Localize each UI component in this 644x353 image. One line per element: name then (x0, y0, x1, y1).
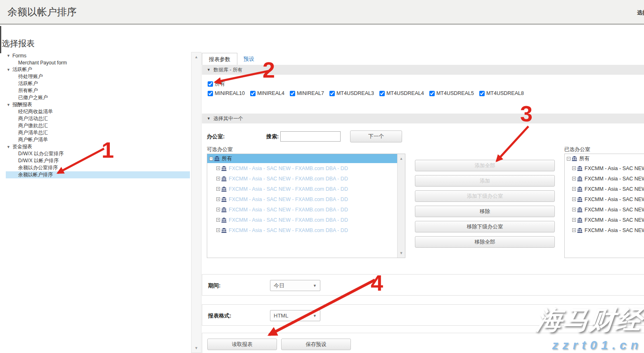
checkbox-input[interactable] (329, 91, 335, 96)
list-scrollbar[interactable]: ▲ ▼ (397, 154, 405, 258)
checkbox-input[interactable] (208, 91, 213, 96)
all-databases-checkbox[interactable]: 所有 (208, 81, 225, 88)
checkbox-input[interactable] (379, 91, 385, 96)
bank-icon (221, 218, 227, 223)
tree-item[interactable]: ▼ 活跃帐户 (6, 80, 190, 87)
office-section-header[interactable]: ▼ 选择其中一个 (202, 114, 644, 123)
selected-root-item[interactable]: − 所有 (565, 154, 644, 163)
tree-item[interactable]: ▼ 经纪商收益清单 (6, 108, 190, 115)
tree-item[interactable]: ▼ 资金报表 (6, 143, 190, 150)
office-tree-item[interactable]: + FXCMM - Asia - SAC NEW - FXAMB.com DBA… (565, 184, 644, 194)
checkbox-input[interactable] (208, 81, 213, 87)
office-tree-item[interactable]: + FXCMM - Asia - SAC NEW - FXAMB.com DBA… (565, 194, 644, 204)
tree-item[interactable]: ▼ 商户清单总汇 (6, 129, 190, 136)
database-checkbox[interactable]: MT4USDREAL5 (429, 90, 474, 96)
transfer-button[interactable]: 添加 (415, 175, 555, 187)
scroll-down-icon[interactable]: ▼ (398, 251, 405, 255)
tree-item[interactable]: ▼ 所有帐户 (6, 87, 190, 94)
checkbox-input[interactable] (479, 91, 485, 96)
office-tree-item[interactable]: + FXCMM - Asia - SAC NEW - FXAMB.com DBA… (207, 204, 405, 215)
transfer-button[interactable]: 移除全部 (415, 236, 555, 248)
tree-item[interactable]: ▼ 报酬报表 (6, 101, 190, 108)
office-tree-item[interactable]: + FXCMM - Asia - SAC NEW - FXAMB.com DBA… (565, 173, 644, 184)
scroll-down-icon[interactable]: ▼ (192, 346, 201, 350)
expand-plus-icon[interactable]: + (216, 197, 220, 201)
tree-item[interactable]: ▼ D/W/X 以帐户排序 (6, 157, 190, 164)
load-report-button[interactable]: 读取报表 (207, 339, 277, 350)
checkbox-label: MT4USDREAL8 (486, 90, 524, 96)
tab-presets[interactable]: 预设 (239, 53, 259, 65)
tree-item[interactable]: ▼ 余额以办公室排序 (6, 164, 190, 171)
checkbox-input[interactable] (429, 91, 435, 96)
period-select[interactable]: 今日 ▼ (270, 280, 320, 291)
office-tree-item[interactable]: + FXCMM - Asia - SAC NEW - FXAMB.com DBA… (565, 225, 644, 235)
transfer-button[interactable]: 移除下级办公室 (415, 221, 555, 232)
period-value: 今日 (274, 282, 284, 289)
office-tree-item[interactable]: + FXCMM - Asia - SAC NEW - FXAMB.com DBA… (565, 163, 644, 173)
format-select[interactable]: HTML ▼ (270, 310, 320, 321)
tree-item[interactable]: ▼ 商户帐户清单 (6, 136, 190, 143)
tree-item[interactable]: ▼ 待处理账户 (6, 73, 190, 80)
header-right-link[interactable]: 选择 (637, 9, 644, 17)
expand-plus-icon[interactable]: + (572, 166, 576, 170)
scroll-up-icon[interactable]: ▲ (398, 156, 405, 161)
expand-plus-icon[interactable]: + (216, 177, 220, 180)
tree-item[interactable]: ▼ D/W/X 以办公室排序 (6, 150, 190, 157)
office-tree-item[interactable]: + FXCMM - Asia - SAC NEW - FXAMB.com DBA… (207, 194, 405, 204)
search-input[interactable] (280, 131, 341, 142)
save-preset-button[interactable]: 保存预设 (281, 339, 351, 350)
header-bar: 余额以帐户排序 选择 (0, 0, 644, 25)
expand-plus-icon[interactable]: + (216, 208, 220, 211)
scroll-up-icon[interactable]: ▲ (192, 55, 201, 59)
checkbox-input[interactable] (250, 91, 256, 96)
database-checkbox[interactable]: MT4USDREAL3 (329, 90, 374, 96)
tree-item[interactable]: ▼ Merchant Payout form (6, 59, 190, 66)
expand-plus-icon[interactable]: + (572, 177, 576, 180)
available-root-item[interactable]: − 所有 (207, 154, 405, 163)
tree-item[interactable]: ▼ 已撤户之账户 (6, 94, 190, 101)
database-checkbox[interactable]: MINIREAL10 (208, 90, 245, 96)
transfer-button[interactable]: 添加全部 (415, 160, 555, 171)
tab-report-params[interactable]: 报表参数 (202, 53, 237, 65)
expand-plus-icon[interactable]: + (572, 197, 576, 201)
database-checkbox[interactable]: MT4USDREAL8 (479, 90, 524, 96)
transfer-button[interactable]: 移除 (415, 206, 555, 217)
page-scrollbar[interactable]: ▲ ▼ (191, 52, 201, 353)
tree-item[interactable]: ▼ Forms (6, 52, 190, 59)
office-tree-item[interactable]: + FXCMM - Asia - SAC NEW - FXAMB.com DBA… (207, 215, 405, 225)
collapse-arrow-icon[interactable]: ▼ (7, 103, 12, 107)
tree-item[interactable]: ▼ 活跃帐户 (6, 66, 190, 73)
office-tree-item[interactable]: + FXCMM - Asia - SAC NEW - FXAMB.com DBA… (207, 184, 405, 194)
bank-icon (221, 228, 227, 233)
office-tree-item[interactable]: + FXCMM - Asia - SAC NEW - FXAMB.com DBA… (207, 163, 405, 173)
expand-plus-icon[interactable]: + (216, 218, 220, 222)
checkbox-label: MT4USDREAL4 (386, 90, 424, 96)
next-button[interactable]: 下一个 (350, 130, 402, 142)
expand-plus-icon[interactable]: + (572, 208, 576, 211)
office-tree-item[interactable]: + FXCMM - Asia - SAC NEW - FXAMB.com DBA… (565, 215, 644, 225)
expand-plus-icon[interactable]: + (216, 228, 220, 232)
database-checkbox[interactable]: MINIREAL7 (290, 90, 324, 96)
tree-item[interactable]: ▼ 商户活动总汇 (6, 115, 190, 122)
expand-plus-icon[interactable]: + (572, 228, 576, 232)
collapse-arrow-icon[interactable]: ▼ (7, 145, 12, 149)
checkbox-label: MINIREAL4 (257, 90, 284, 96)
collapse-minus-icon[interactable]: − (567, 157, 571, 161)
database-checkbox[interactable]: MT4USDREAL4 (379, 90, 424, 96)
office-tree-item[interactable]: + FXCMM - Asia - SAC NEW - FXAMB.com DBA… (565, 204, 644, 215)
database-checkbox[interactable]: MINIREAL4 (250, 90, 284, 96)
checkbox-input[interactable] (290, 91, 295, 96)
expand-plus-icon[interactable]: + (216, 187, 220, 191)
collapse-arrow-icon[interactable]: ▼ (7, 54, 12, 58)
office-tree-item[interactable]: + FXCMM - Asia - SAC NEW - FXAMB.com DBA… (207, 173, 405, 184)
tree-item[interactable]: ▼ 商户缴款总汇 (6, 122, 190, 129)
collapse-arrow-icon[interactable]: ▼ (7, 68, 12, 72)
collapse-minus-icon[interactable]: − (209, 157, 213, 161)
expand-plus-icon[interactable]: + (572, 218, 576, 222)
expand-plus-icon[interactable]: + (572, 187, 576, 191)
database-section-header[interactable]: ▼ 数据库 - 所有 (202, 65, 644, 75)
office-tree-item[interactable]: + FXCMM - Asia - SAC NEW - FXAMB.com DBA… (207, 225, 405, 235)
expand-plus-icon[interactable]: + (216, 166, 220, 170)
transfer-button[interactable]: 添加下级办公室 (415, 190, 555, 202)
tree-item[interactable]: ▼ 余额以帐户排序 (6, 171, 190, 178)
